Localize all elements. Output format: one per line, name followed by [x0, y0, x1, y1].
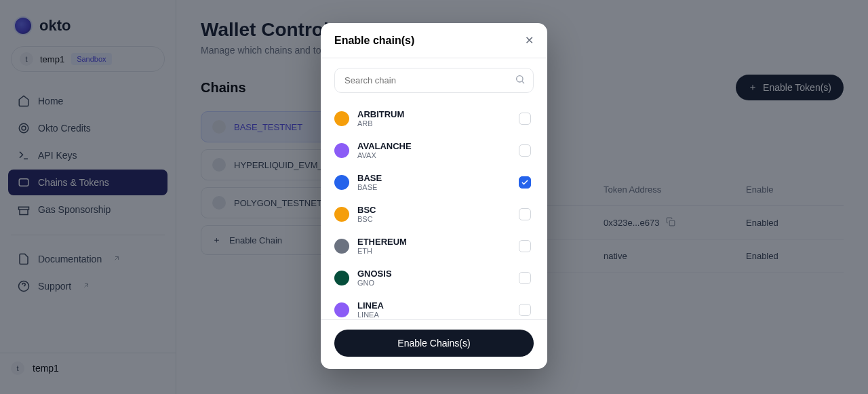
- chain-logo-icon: [334, 302, 349, 317]
- svg-point-8: [517, 75, 523, 81]
- close-button[interactable]: ✕: [525, 34, 534, 47]
- chain-logo-icon: [334, 143, 349, 158]
- chain-option[interactable]: AVALANCHE AVAX: [334, 134, 531, 166]
- enable-chains-submit-button[interactable]: Enable Chains(s): [334, 330, 534, 357]
- search-icon: [515, 74, 526, 87]
- chain-checkbox[interactable]: [519, 272, 531, 284]
- chain-option[interactable]: LINEA LINEA: [334, 294, 531, 319]
- chain-symbol: ETH: [357, 247, 511, 255]
- enable-chains-modal: Enable chain(s) ✕ ARBITRUM ARB AVALANCHE…: [321, 23, 547, 369]
- chain-checkbox[interactable]: [519, 113, 531, 125]
- svg-line-9: [522, 81, 524, 83]
- chain-logo-icon: [334, 175, 349, 190]
- chain-checkbox[interactable]: [519, 176, 531, 189]
- chain-logo-icon: [334, 111, 349, 126]
- close-icon: ✕: [525, 35, 534, 46]
- modal-title: Enable chain(s): [334, 35, 414, 47]
- chain-symbol: LINEA: [357, 311, 511, 319]
- chain-logo-icon: [334, 239, 349, 254]
- chain-list[interactable]: ARBITRUM ARB AVALANCHE AVAX BASE BASE BS…: [334, 102, 534, 319]
- chain-name: LINEA: [357, 300, 511, 311]
- chain-name: BSC: [357, 205, 511, 215]
- chain-symbol: BASE: [357, 183, 511, 191]
- chain-name: GNOSIS: [357, 269, 511, 279]
- chain-option[interactable]: BASE BASE: [334, 166, 531, 198]
- chain-symbol: ARB: [357, 119, 511, 127]
- chain-option[interactable]: BSC BSC: [334, 198, 531, 230]
- chain-name: BASE: [357, 173, 511, 183]
- submit-label: Enable Chains(s): [397, 338, 470, 349]
- search-input[interactable]: [334, 68, 534, 93]
- chain-checkbox[interactable]: [519, 208, 531, 220]
- chain-logo-icon: [334, 271, 349, 285]
- chain-option[interactable]: ETHEREUM ETH: [334, 230, 531, 262]
- chain-symbol: BSC: [357, 215, 511, 223]
- chain-name: ETHEREUM: [357, 237, 511, 247]
- chain-option[interactable]: GNOSIS GNO: [334, 262, 531, 294]
- chain-symbol: AVAX: [357, 151, 511, 159]
- chain-logo-icon: [334, 207, 349, 222]
- chain-checkbox[interactable]: [519, 304, 531, 316]
- chain-checkbox[interactable]: [519, 144, 531, 157]
- chain-checkbox[interactable]: [519, 240, 531, 252]
- chain-option[interactable]: ARBITRUM ARB: [334, 102, 531, 134]
- chain-name: ARBITRUM: [357, 109, 511, 119]
- chain-symbol: GNO: [357, 279, 511, 287]
- chain-name: AVALANCHE: [357, 141, 511, 151]
- modal-overlay[interactable]: Enable chain(s) ✕ ARBITRUM ARB AVALANCHE…: [0, 0, 868, 394]
